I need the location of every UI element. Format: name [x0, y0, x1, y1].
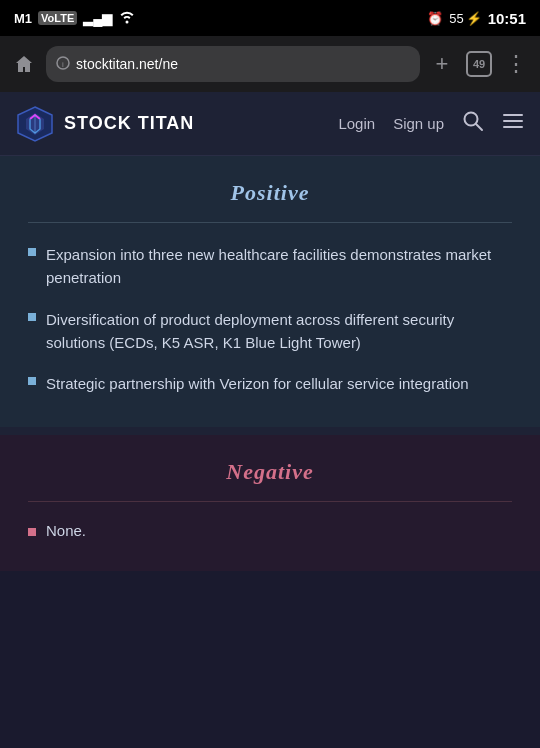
hamburger-menu-icon[interactable] — [502, 110, 524, 137]
address-text: stocktitan.net/ne — [76, 56, 178, 72]
browser-actions: + 49 ⋮ — [428, 50, 530, 78]
negative-section-header: Negative — [28, 459, 512, 485]
alarm-icon: ⏰ — [427, 11, 443, 26]
nav-actions: Login Sign up — [338, 110, 524, 137]
logo-text: STOCK TITAN — [64, 113, 194, 134]
bullet-icon — [28, 528, 36, 536]
home-button[interactable] — [10, 50, 38, 78]
add-tab-button[interactable]: + — [428, 50, 456, 78]
negative-section: Negative None. — [0, 435, 540, 571]
positive-title: Positive — [231, 180, 310, 205]
positive-divider — [28, 222, 512, 223]
list-item: Expansion into three new healthcare faci… — [28, 243, 512, 290]
time-display: 10:51 — [488, 10, 526, 27]
signal-icon: ▂▄▆ — [83, 11, 112, 26]
more-menu-button[interactable]: ⋮ — [502, 50, 530, 78]
address-bar[interactable]: i stocktitan.net/ne — [46, 46, 420, 82]
status-bar: M1 VoLTE ▂▄▆ ⏰ 55 ⚡ 10:51 — [0, 0, 540, 36]
tabs-count: 49 — [473, 58, 485, 70]
positive-item-1: Expansion into three new healthcare faci… — [46, 243, 512, 290]
site-nav: STOCK TITAN Login Sign up — [0, 92, 540, 156]
volte-badge: VoLTE — [38, 11, 77, 25]
battery-display: 55 ⚡ — [449, 11, 481, 26]
browser-chrome: i stocktitan.net/ne + 49 ⋮ — [0, 36, 540, 92]
address-security-icon: i — [56, 56, 70, 73]
status-left: M1 VoLTE ▂▄▆ — [14, 10, 136, 27]
search-icon[interactable] — [462, 110, 484, 137]
battery-level: 55 — [449, 11, 463, 26]
carrier-text: M1 — [14, 11, 32, 26]
negative-divider — [28, 501, 512, 502]
list-item: Strategic partnership with Verizon for c… — [28, 372, 512, 395]
bullet-icon — [28, 248, 36, 256]
negative-title: Negative — [226, 459, 313, 484]
positive-item-2: Diversification of product deployment ac… — [46, 308, 512, 355]
list-item: Diversification of product deployment ac… — [28, 308, 512, 355]
wifi-icon — [118, 10, 136, 27]
positive-item-3: Strategic partnership with Verizon for c… — [46, 372, 469, 395]
status-right: ⏰ 55 ⚡ 10:51 — [427, 10, 526, 27]
tabs-button[interactable]: 49 — [466, 51, 492, 77]
bullet-icon — [28, 313, 36, 321]
positive-section-header: Positive — [28, 180, 512, 206]
positive-section: Positive Expansion into three new health… — [0, 156, 540, 427]
logo-container: STOCK TITAN — [16, 105, 338, 143]
negative-none-item: None. — [28, 522, 512, 539]
negative-item-1: None. — [46, 522, 86, 539]
bullet-icon — [28, 377, 36, 385]
login-link[interactable]: Login — [338, 115, 375, 132]
svg-text:i: i — [62, 60, 64, 69]
logo-icon — [16, 105, 54, 143]
positive-list: Expansion into three new healthcare faci… — [28, 243, 512, 395]
signup-link[interactable]: Sign up — [393, 115, 444, 132]
main-content: Positive Expansion into three new health… — [0, 156, 540, 571]
svg-line-4 — [476, 124, 482, 130]
charging-icon: ⚡ — [466, 11, 482, 26]
